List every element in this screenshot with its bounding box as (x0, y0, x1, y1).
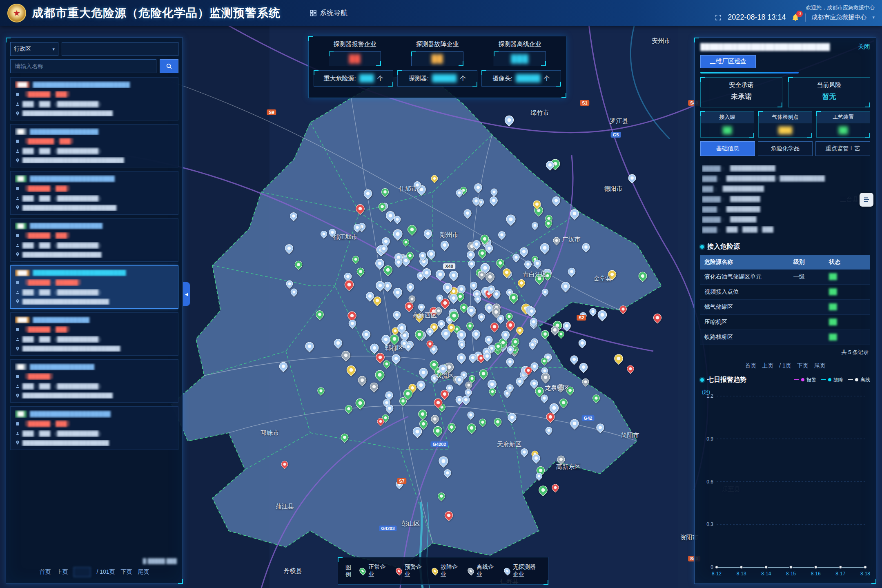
company-list-item[interactable]: ███████████████████████【██████－███】███：█… (10, 171, 178, 214)
header-right: 欢迎您，成都市应急救援中心 2022-08-18 13:14 0 成都市应急救援… (715, 4, 875, 22)
road-badge: S2 (577, 315, 586, 321)
location-pin-icon (15, 111, 20, 116)
hazard-name: 压缩机区 (704, 318, 793, 326)
legend-dot-icon (855, 378, 858, 381)
legend-item: 预警企业 (396, 564, 423, 578)
counter-box: 摄像头:█████个 (481, 70, 561, 87)
list-icon (863, 196, 870, 203)
company-list-item[interactable]: ███████████████████████████【██████－███】█… (10, 77, 178, 120)
hazard-name: 液化石油气储罐区单元 (704, 273, 793, 281)
counter-value: █████ (516, 74, 540, 82)
company-list-item[interactable]: ██████████████████【██████】███：███ （█████… (10, 359, 178, 403)
system-nav-button[interactable]: 系统导航 (310, 8, 347, 18)
company-list-item[interactable]: ███████████████████【███████－███】███：███ … (10, 124, 178, 167)
contact-line: ███：███ （███████████） (22, 147, 104, 155)
list-record-count: █ █████ ███ (12, 558, 177, 564)
info-row: ████：█████████ (702, 206, 869, 213)
table-row[interactable]: 铁路栈桥区██ (700, 330, 870, 345)
status-badge: ███ (15, 316, 29, 323)
column-header: 级别 (793, 258, 829, 266)
page-prev[interactable]: 上页 (762, 362, 773, 370)
page-next[interactable]: 下页 (121, 568, 132, 576)
fullscreen-icon[interactable] (715, 14, 722, 21)
table-row[interactable]: 液化石油气储罐区单元一级██ (700, 270, 870, 285)
list-pagination: 首页 上页 / 101页 下页 尾页 (10, 565, 178, 579)
company-list-item[interactable]: █████████████████【██████－███】███：███ （██… (10, 312, 178, 356)
legend-pin-icon (430, 566, 439, 575)
risk-type: 【███████－███】 (22, 138, 76, 145)
tag-icon (15, 186, 20, 191)
svg-text:0.6: 0.6 (706, 479, 713, 484)
page-first[interactable]: 首页 (745, 362, 756, 370)
svg-text:8-15: 8-15 (786, 571, 796, 577)
page-input[interactable] (74, 567, 91, 577)
trend-legend-item[interactable]: 报警 (794, 376, 816, 383)
hazard-status: ██ (829, 318, 866, 326)
collapse-panel-handle[interactable]: ◀ (183, 282, 190, 306)
city-label: 德阳市 (604, 185, 623, 193)
table-row[interactable]: 燃气储罐区██ (700, 300, 870, 315)
detail-tabs: 基础信息危险化学品重点监管工艺 (700, 141, 870, 156)
search-button[interactable] (160, 59, 178, 73)
risk-type: 【██████－███】 (22, 232, 72, 239)
company-name: █████████████████████ (30, 176, 115, 182)
district-value-input[interactable] (62, 42, 178, 56)
company-list-item[interactable]: ██████████████████████【██████－███】███：██… (10, 406, 178, 450)
page-last[interactable]: 尾页 (138, 568, 149, 576)
tab-基础信息[interactable]: 基础信息 (700, 141, 755, 156)
counter-value: ███ (359, 74, 374, 82)
hazard-level (793, 334, 829, 341)
detail-stat-label: 气体检测点 (759, 111, 812, 123)
city-label: 罗江县 (610, 117, 628, 125)
tab-危险化学品[interactable]: 危险化学品 (758, 141, 813, 156)
trend-legend-item[interactable]: 故障 (821, 376, 843, 383)
info-label: █████： (702, 165, 726, 172)
tag-icon (15, 92, 20, 97)
search-input[interactable] (10, 59, 156, 73)
address-line: █████████████████████ (22, 252, 101, 258)
hazard-section-title: 接入危险源 (707, 243, 740, 251)
3d-tour-button[interactable]: 三维厂区巡查 (700, 55, 756, 68)
legend-label: 预警企业 (405, 564, 423, 578)
company-name: ██████████████████ (30, 223, 103, 229)
detail-stat-value: ██ (817, 123, 870, 137)
table-row[interactable]: 视频接入点位██ (700, 285, 870, 300)
hazard-status: ██ (829, 334, 866, 341)
road-badge: S9 (267, 109, 276, 115)
legend-label: 离线企业 (477, 564, 495, 578)
column-header: 危险源名称 (704, 258, 793, 266)
info-label: █████： (702, 196, 726, 203)
company-detail-title: ████████████████████████████ (700, 43, 854, 51)
district-select[interactable]: 行政区 ▾ (10, 42, 58, 56)
company-name: ████████████████████████ (33, 82, 130, 88)
page-prev[interactable]: 上页 (56, 568, 68, 576)
org-dropdown[interactable]: 成都市应急救援中心 (811, 13, 866, 21)
datetime: 2022-08-18 13:14 (728, 13, 786, 22)
page-next[interactable]: 下页 (797, 362, 808, 370)
location-pin-icon (15, 346, 20, 351)
company-list-item[interactable]: ████████████████████【██████－███】███：███ … (10, 218, 178, 262)
page-first[interactable]: 首页 (39, 568, 51, 576)
hazard-level: 一级 (793, 273, 829, 281)
notifications-button[interactable]: 0 (791, 13, 800, 22)
stats-panel: 探测器报警企业██探测器故障企业██探测器离线企业███ 重大危险源:███个探… (308, 36, 566, 98)
trend-legend-item[interactable]: 离线 (848, 376, 870, 383)
table-row[interactable]: 压缩机区██ (700, 315, 870, 330)
tab-重点监管工艺[interactable]: 重点监管工艺 (815, 141, 870, 156)
dot-icon (700, 245, 704, 249)
page-last[interactable]: 尾页 (814, 362, 826, 370)
legend-item: 故障企业 (432, 564, 459, 578)
person-icon (15, 384, 20, 389)
info-value: ███████████ (723, 185, 764, 193)
info-label: ███： (702, 185, 719, 193)
hazard-level (793, 288, 829, 296)
close-button[interactable]: 关闭 (858, 43, 870, 51)
tools-button[interactable] (860, 193, 873, 207)
stat-value: ██ (432, 54, 443, 63)
trend-section-title: 七日报警趋势 (707, 376, 746, 384)
info-row: █████：████████ (702, 196, 869, 203)
company-list-item[interactable]: ██████████████████████████【██████－██████… (10, 265, 178, 309)
search-icon (166, 63, 172, 69)
svg-text:0.3: 0.3 (706, 521, 713, 527)
header-bar: ★ 成都市重大危险源（危险化学品）监测预警系统 系统导航 欢迎您，成都市应急救援… (0, 0, 882, 26)
